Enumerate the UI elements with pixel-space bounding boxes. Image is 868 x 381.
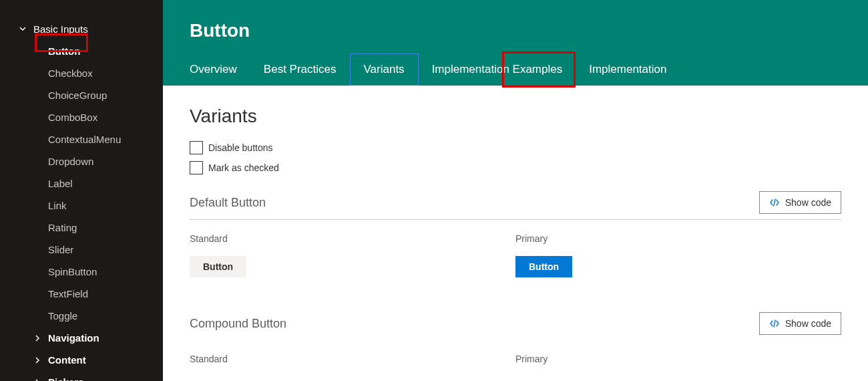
hero: Button Overview Best Practices Variants … <box>163 0 868 86</box>
chevron-right-icon <box>32 355 43 366</box>
sidebar-item-link[interactable]: Link <box>0 195 163 217</box>
chevron-right-icon <box>32 377 43 382</box>
sidebar-section-pickers[interactable]: Pickers <box>0 371 163 381</box>
show-code-button[interactable]: Show code <box>759 191 841 214</box>
example-col-standard: Standard <box>190 354 515 376</box>
sidebar-item-button[interactable]: Button <box>0 40 163 62</box>
show-code-button[interactable]: Show code <box>759 312 841 335</box>
tab-implementation-examples[interactable]: Implementation Examples <box>419 53 576 86</box>
main: Button Overview Best Practices Variants … <box>163 0 868 381</box>
col-label: Primary <box>515 233 841 244</box>
example-title: Compound Button <box>190 317 286 331</box>
chevron-down-icon <box>17 23 28 34</box>
sidebar-item-label[interactable]: Label <box>0 172 163 195</box>
sidebar-item-checkbox[interactable]: Checkbox <box>0 62 163 84</box>
sidebar-section-content[interactable]: Content <box>0 349 163 371</box>
col-label: Standard <box>190 233 515 244</box>
col-label: Primary <box>515 354 841 364</box>
example-title: Default Button <box>190 196 266 210</box>
checkbox-disable-buttons[interactable]: Disable buttons <box>190 139 841 156</box>
sidebar-item-choicegroup[interactable]: ChoiceGroup <box>0 84 163 106</box>
checkbox-mark-as-checked[interactable]: Mark as checked <box>190 159 841 176</box>
sidebar-section-navigation[interactable]: Navigation <box>0 327 163 349</box>
page-title: Button <box>163 0 868 41</box>
tab-implementation[interactable]: Implementation <box>576 53 680 86</box>
primary-button[interactable]: Button <box>515 256 572 277</box>
sidebar-group-basic-inputs[interactable]: Basic Inputs <box>0 17 163 40</box>
sidebar-item-dropdown[interactable]: Dropdown <box>0 150 163 172</box>
sidebar-item-toggle[interactable]: Toggle <box>0 305 163 327</box>
checkbox-label: Disable buttons <box>208 142 273 153</box>
example-header-compound-button: Compound Button Show code <box>190 312 841 340</box>
tab-best-practices[interactable]: Best Practices <box>250 53 350 86</box>
example-col-standard: Standard Button <box>190 233 515 277</box>
content: Variants Disable buttons Mark as checked… <box>163 86 868 381</box>
checkbox-box-icon <box>190 141 203 154</box>
tab-overview[interactable]: Overview <box>176 53 250 86</box>
section-heading: Variants <box>190 106 841 127</box>
sidebar-item-contextualmenu[interactable]: ContextualMenu <box>0 128 163 150</box>
example-cols: Standard Primary <box>190 354 841 376</box>
example-col-primary: Primary Button <box>515 233 841 277</box>
example-cols: Standard Button Primary Button <box>190 233 841 277</box>
standard-button[interactable]: Button <box>190 256 246 277</box>
code-icon <box>769 197 780 208</box>
checkbox-label: Mark as checked <box>208 162 279 173</box>
example-col-primary: Primary <box>515 354 841 376</box>
sidebar-group-label: Basic Inputs <box>33 23 88 35</box>
sidebar-item-textfield[interactable]: TextField <box>0 283 163 305</box>
tab-variants[interactable]: Variants <box>350 53 419 86</box>
sidebar-item-spinbutton[interactable]: SpinButton <box>0 261 163 283</box>
sidebar-item-combobox[interactable]: ComboBox <box>0 106 163 128</box>
col-label: Standard <box>190 354 515 364</box>
sidebar: Basic Inputs Button Checkbox ChoiceGroup… <box>0 0 163 381</box>
code-icon <box>769 318 780 329</box>
sidebar-item-rating[interactable]: Rating <box>0 217 163 239</box>
chevron-right-icon <box>32 333 43 344</box>
tabs: Overview Best Practices Variants Impleme… <box>163 53 868 86</box>
sidebar-item-slider[interactable]: Slider <box>0 239 163 261</box>
checkbox-box-icon <box>190 161 203 174</box>
example-header-default-button: Default Button Show code <box>190 191 841 220</box>
